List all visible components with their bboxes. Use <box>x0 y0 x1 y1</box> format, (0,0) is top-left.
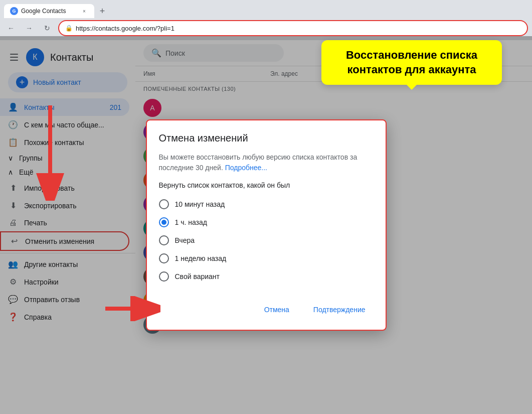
radio-1week[interactable]: 1 неделю назад <box>159 249 374 267</box>
radio-10min[interactable]: 10 минут назад <box>159 195 374 213</box>
lock-icon: 🔒 <box>65 25 73 32</box>
radio-1hour[interactable]: 1 ч. назад <box>159 213 374 231</box>
dialog-actions: Отмена Подтверждение <box>159 298 374 318</box>
radio-custom[interactable]: Свой вариант <box>159 267 374 286</box>
radio-label-custom: Свой вариант <box>175 272 220 281</box>
url-text: https://contacts.google.com/?pli=1 <box>76 25 521 32</box>
radio-circle-custom <box>159 271 169 282</box>
dialog-title: Отмена изменений <box>159 132 374 144</box>
radio-circle-yesterday <box>159 235 169 245</box>
active-tab[interactable]: G Google Contacts × <box>4 4 94 18</box>
radio-label-10min: 10 минут назад <box>175 200 225 208</box>
dialog-subtitle: Вернуть список контактов, какой он был <box>159 181 374 189</box>
tab-close-button[interactable]: × <box>80 7 88 15</box>
radio-circle-1hour <box>159 217 169 227</box>
radio-label-1week: 1 неделю назад <box>175 254 227 262</box>
radio-circle-10min <box>159 199 169 209</box>
reload-button[interactable]: ↻ <box>40 21 54 35</box>
radio-label-yesterday: Вчера <box>175 236 195 244</box>
dialog-overlay: Отмена изменений Вы можете восстановить … <box>0 36 532 414</box>
new-tab-button[interactable]: + <box>96 5 108 17</box>
callout-tooltip: Восстановление списка контактов для акка… <box>321 40 502 85</box>
radio-label-1hour: 1 ч. назад <box>175 218 207 226</box>
tab-bar: G Google Contacts × + <box>0 0 532 18</box>
browser-chrome: G Google Contacts × + ← → ↻ 🔒 https://co… <box>0 0 532 40</box>
address-bar[interactable]: 🔒 https://contacts.google.com/?pli=1 <box>58 20 528 36</box>
tab-title: Google Contacts <box>21 8 77 15</box>
tab-favicon: G <box>10 7 18 15</box>
confirm-button[interactable]: Подтверждение <box>305 302 374 318</box>
dialog-link[interactable]: Подробнее... <box>225 164 267 172</box>
undo-dialog: Отмена изменений Вы можете восстановить … <box>146 119 387 331</box>
dialog-description: Вы можете восстановить любую версию спис… <box>159 152 374 173</box>
radio-yesterday[interactable]: Вчера <box>159 231 374 249</box>
back-button[interactable]: ← <box>4 21 18 35</box>
forward-button[interactable]: → <box>22 21 36 35</box>
callout-text: Восстановление списка контактов для акка… <box>346 49 477 76</box>
radio-circle-1week <box>159 253 169 263</box>
cancel-button[interactable]: Отмена <box>256 302 297 318</box>
